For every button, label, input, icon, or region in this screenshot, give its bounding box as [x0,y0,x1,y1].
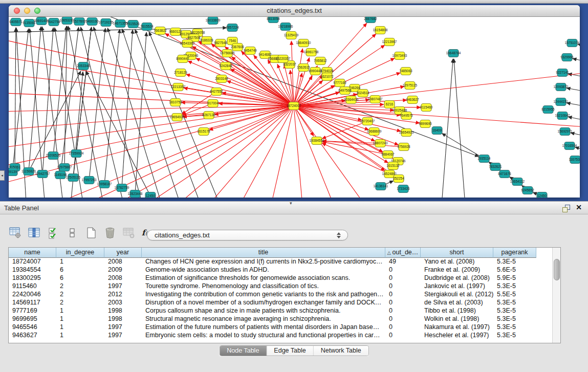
graph-node[interactable]: 9463627 [406,96,419,104]
cell-out_de[interactable]: 0 [385,323,421,332]
graph-node[interactable]: 2367608 [231,43,244,51]
cell-pagerank[interactable]: 5.3E-5 [493,282,536,291]
table-row[interactable]: 1872400712008Changes of HCN gene express… [9,258,553,266]
cell-short[interactable]: Stergiakouli et al. (2012) [421,291,493,299]
graph-node[interactable]: 10807487 [368,96,383,103]
cell-in_degree[interactable]: 1 [56,332,104,340]
cell-short[interactable]: Nakamura et al. (1997) [421,323,493,332]
cell-year[interactable]: 2008 [104,274,142,282]
table-selector-dropdown[interactable]: citations_edges.txt [147,230,348,240]
cell-out_de[interactable]: 0 [385,315,421,323]
panel-divider-grip[interactable]: ▾ [290,201,292,206]
table-row[interactable]: 1938455462009Genome-wide association stu… [9,266,553,274]
graph-node[interactable]: 8454749 [244,47,257,55]
cell-pagerank[interactable]: 5.3E-5 [493,323,536,332]
cell-title[interactable]: Investigating the contribution of common… [142,291,385,299]
graph-node[interactable]: 12450 [145,192,156,198]
cell-name[interactable]: 9699695 [9,315,56,323]
cell-short[interactable]: Hescheler et al. (1997) [421,332,493,340]
cell-out_de[interactable]: 0 [385,307,421,315]
cell-name[interactable]: 22420046 [9,291,56,299]
graph-node[interactable]: 9245652 [521,187,534,194]
graph-node[interactable]: 14671355 [113,20,128,28]
graph-node[interactable]: 14961758 [304,49,319,56]
cell-short[interactable]: de Silva et al. (2003) [421,299,493,307]
graph-node[interactable]: 12213357 [171,83,186,91]
cell-title[interactable]: Disruption of a novel member of a sodium… [142,299,385,307]
float-panel-icon[interactable] [562,205,570,212]
table-row[interactable]: 2242004622012Investigating the contribut… [9,291,553,299]
delete-table-icon[interactable] [122,226,136,240]
graph-node[interactable]: 1167534 [569,156,580,164]
graph-node[interactable]: 7857224 [226,24,239,32]
cell-out_de[interactable]: 0 [385,266,421,274]
network-window-titlebar[interactable]: citations_edges.txt [9,5,580,17]
graph-node[interactable]: 16409 [432,127,442,135]
graph-node[interactable]: 17016504 [562,142,577,150]
cell-out_de[interactable]: 0 [385,299,421,307]
graph-node[interactable]: 16756685 [220,50,235,57]
graph-node[interactable]: 917004 [207,100,219,107]
cell-in_degree[interactable]: 6 [56,266,104,274]
table-mode-icon[interactable] [8,226,23,240]
table-row[interactable]: 911546021997Tourette syndrome. Phenomeno… [9,282,553,291]
graph-node[interactable]: 2718129 [174,69,187,77]
cell-pagerank[interactable]: 5.3E-5 [493,258,536,266]
graph-node[interactable]: 12975887 [57,164,72,171]
graph-node[interactable]: 17359924 [69,150,84,158]
graph-node[interactable]: 14136141 [374,183,388,190]
graph-node[interactable]: 8813054 [267,17,280,23]
cell-in_degree[interactable]: 2 [56,282,104,291]
cell-title[interactable]: Embryonic stem cells: a model to study s… [142,332,385,340]
cell-name[interactable]: 9115460 [9,282,56,291]
tab-network-table[interactable]: Network Table [314,346,368,356]
column-header-short[interactable]: short [421,248,493,258]
graph-node[interactable]: 3024514 [356,90,369,97]
cell-name[interactable]: 9465546 [9,323,56,332]
graph-node[interactable]: 15751074 [565,39,580,47]
trash-icon[interactable] [103,226,117,240]
graph-node[interactable]: 6497568 [338,87,352,95]
graph-node[interactable]: 10654112 [510,178,525,186]
graph-node[interactable]: 6405571 [9,18,23,26]
cell-out_de[interactable]: 49 [385,258,421,266]
graph-node[interactable]: 252254 [393,175,404,183]
rows-icon[interactable] [65,226,79,240]
graph-node[interactable]: 17957253 [82,177,97,184]
cell-out_de[interactable]: 0 [385,274,421,282]
graph-node[interactable]: 15720407 [360,118,375,125]
cell-name[interactable]: 19384554 [9,266,56,274]
cell-year[interactable]: 2003 [104,299,142,307]
vertical-scrollbar[interactable] [552,248,560,343]
graph-node[interactable]: 2053346 [77,62,90,70]
graph-node[interactable]: 19218986 [278,23,293,31]
graph-node[interactable]: 7663822 [154,27,167,35]
graph-node[interactable]: 8215955 [541,106,555,114]
graph-node[interactable]: 18807243 [373,140,388,147]
graph-node[interactable]: 16154808 [373,27,388,34]
cell-year[interactable]: 2012 [104,291,142,299]
cell-name[interactable]: 9777169 [9,307,56,315]
graph-node[interactable]: 7955812 [314,57,327,65]
graph-node[interactable]: 10719155 [99,19,114,27]
graph-node[interactable]: 8186328 [200,37,213,45]
table-row[interactable]: 1456911722003Disruption of a novel membe… [9,299,553,307]
graph-node[interactable]: 39139 [9,168,17,176]
row-select-icon[interactable] [46,226,60,240]
graph-node[interactable]: 9827548 [214,39,227,47]
cell-in_degree[interactable]: 1 [56,323,104,332]
graph-node[interactable]: 9777169 [333,79,346,87]
graph-node[interactable]: 19654935 [170,114,185,121]
graph-node[interactable]: 16654923 [399,129,414,137]
network-canvas[interactable]: 6405571913506130691406764275410653287152… [9,17,580,198]
cell-year[interactable]: 1998 [104,315,142,323]
graph-node[interactable]: 16033809 [206,17,221,25]
cell-in_degree[interactable]: 1 [56,307,104,315]
table-row[interactable]: 969969511998Structural magnetic resonanc… [9,315,553,323]
graph-node[interactable]: 10973493 [393,52,407,60]
cell-pagerank[interactable]: 5.3E-5 [493,315,536,323]
cell-title[interactable]: Structural magnetic resonance image aver… [142,315,385,323]
cell-pagerank[interactable]: 5.3E-5 [493,299,536,307]
graph-node[interactable]: 11156829 [21,168,36,176]
scrollbar-thumb[interactable] [554,259,560,280]
